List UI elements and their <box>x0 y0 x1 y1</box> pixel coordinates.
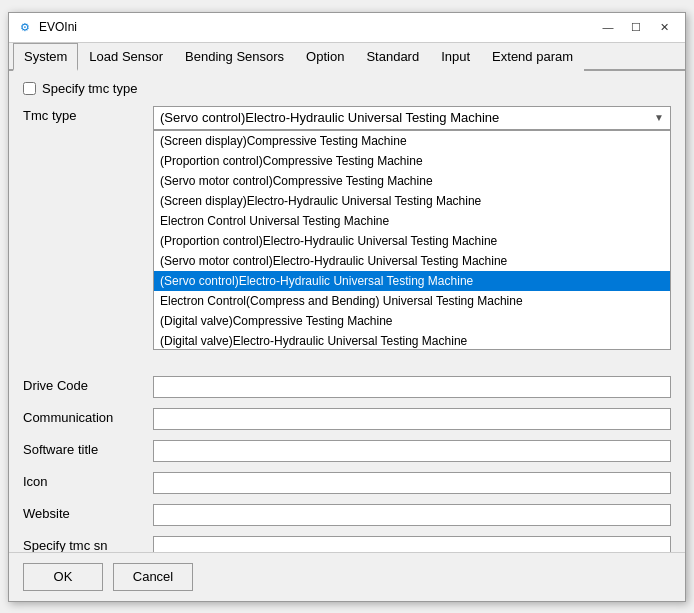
website-field <box>153 504 671 526</box>
dropdown-arrow-icon: ▼ <box>654 112 664 123</box>
icon-label: Icon <box>23 472 153 489</box>
tab-option[interactable]: Option <box>295 43 355 71</box>
communication-field <box>153 408 671 430</box>
close-button[interactable]: ✕ <box>651 17 677 37</box>
tab-bar: System Load Sensor Bending Sensors Optio… <box>9 43 685 71</box>
dropdown-item[interactable]: (Screen display)Compressive Testing Mach… <box>154 131 670 151</box>
dropdown-item[interactable]: Electron Control Universal Testing Machi… <box>154 211 670 231</box>
dropdown-item[interactable]: (Digital valve)Compressive Testing Machi… <box>154 311 670 331</box>
website-label: Website <box>23 504 153 521</box>
title-bar-left: ⚙ EVOIni <box>17 19 77 35</box>
dropdown-item[interactable]: (Proportion control)Compressive Testing … <box>154 151 670 171</box>
communication-row: Communication <box>23 408 671 432</box>
cancel-button[interactable]: Cancel <box>113 563 193 591</box>
icon-input[interactable] <box>153 472 671 494</box>
specify-tmc-sn-label: Specify tmc sn <box>23 536 153 552</box>
drive-code-input[interactable] <box>153 376 671 398</box>
tmc-type-label: Tmc type <box>23 106 153 123</box>
app-icon: ⚙ <box>17 19 33 35</box>
icon-row: Icon <box>23 472 671 496</box>
specify-tmc-checkbox[interactable] <box>23 82 36 95</box>
maximize-button[interactable]: ☐ <box>623 17 649 37</box>
communication-label: Communication <box>23 408 153 425</box>
website-row: Website <box>23 504 671 528</box>
website-input[interactable] <box>153 504 671 526</box>
drive-code-field <box>153 376 671 398</box>
tmc-type-dropdown: (Servo control)Electro-Hydraulic Univers… <box>153 106 671 130</box>
tab-load-sensor[interactable]: Load Sensor <box>78 43 174 71</box>
drive-code-row: Drive Code <box>23 376 671 400</box>
tmc-type-field: (Servo control)Electro-Hydraulic Univers… <box>153 106 671 130</box>
software-title-label: Software title <box>23 440 153 457</box>
title-controls: — ☐ ✕ <box>595 17 677 37</box>
tab-extend-param[interactable]: Extend param <box>481 43 584 71</box>
tmc-type-row: Tmc type (Servo control)Electro-Hydrauli… <box>23 106 671 130</box>
communication-input[interactable] <box>153 408 671 430</box>
tab-system[interactable]: System <box>13 43 78 71</box>
dropdown-item[interactable]: (Screen display)Electro-Hydraulic Univer… <box>154 191 670 211</box>
specify-tmc-sn-field <box>153 536 671 552</box>
software-title-field <box>153 440 671 462</box>
minimize-button[interactable]: — <box>595 17 621 37</box>
dropdown-item[interactable]: (Proportion control)Electro-Hydraulic Un… <box>154 231 670 251</box>
tab-input[interactable]: Input <box>430 43 481 71</box>
footer: OK Cancel <box>9 552 685 601</box>
tab-standard[interactable]: Standard <box>355 43 430 71</box>
tab-bending-sensors[interactable]: Bending Sensors <box>174 43 295 71</box>
software-title-row: Software title <box>23 440 671 464</box>
dropdown-item[interactable]: (Servo control)Electro-Hydraulic Univers… <box>154 271 670 291</box>
ok-button[interactable]: OK <box>23 563 103 591</box>
specify-tmc-sn-row: Specify tmc sn <box>23 536 671 552</box>
specify-tmc-label: Specify tmc type <box>42 81 137 96</box>
tmc-type-value: (Servo control)Electro-Hydraulic Univers… <box>160 110 499 125</box>
tmc-type-trigger[interactable]: (Servo control)Electro-Hydraulic Univers… <box>153 106 671 130</box>
drive-code-label: Drive Code <box>23 376 153 393</box>
title-bar: ⚙ EVOIni — ☐ ✕ <box>9 13 685 43</box>
dropdown-item[interactable]: (Digital valve)Electro-Hydraulic Univers… <box>154 331 670 350</box>
specify-tmc-checkbox-wrap: Specify tmc type <box>23 81 137 96</box>
specify-row: Specify tmc type <box>23 81 671 96</box>
dropdown-item[interactable]: (Servo motor control)Compressive Testing… <box>154 171 670 191</box>
software-title-input[interactable] <box>153 440 671 462</box>
window-title: EVOIni <box>39 20 77 34</box>
tmc-type-list[interactable]: (Screen display)Compressive Testing Mach… <box>153 130 671 350</box>
specify-tmc-sn-input[interactable] <box>153 536 671 552</box>
icon-field <box>153 472 671 494</box>
tab-content: Specify tmc type Tmc type (Servo control… <box>9 71 685 552</box>
dropdown-item[interactable]: (Servo motor control)Electro-Hydraulic U… <box>154 251 670 271</box>
main-window: ⚙ EVOIni — ☐ ✕ System Load Sensor Bendin… <box>8 12 686 602</box>
dropdown-item[interactable]: Electron Control(Compress and Bending) U… <box>154 291 670 311</box>
